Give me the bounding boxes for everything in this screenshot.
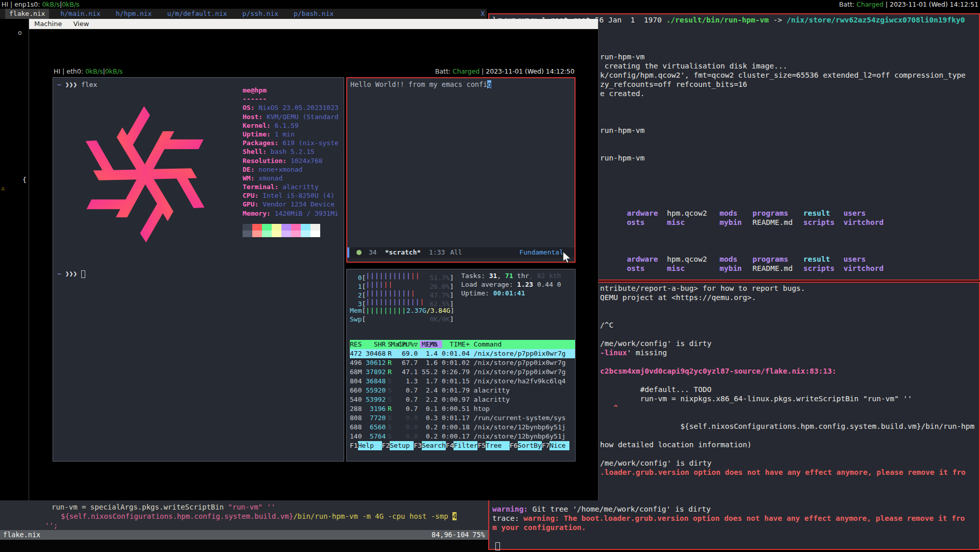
fkey-tree[interactable]: F5: [477, 441, 486, 450]
vim-cursor: 4: [452, 512, 457, 520]
htop-tab-bar: Main I/O: [350, 331, 575, 340]
major-mode: Fundamental: [519, 247, 563, 258]
vm-terminal[interactable]: ~ ❯❯❯ flex: [53, 77, 344, 462]
fkey-filter-label[interactable]: Filter: [453, 441, 477, 450]
vim-cursor-position: 84,96-104: [432, 530, 469, 540]
warning-line: warning: Git tree '/home/me/work/config'…: [492, 504, 979, 514]
tab-ssh-nix[interactable]: p/ssh.nix: [238, 9, 282, 19]
htop-process-row[interactable]: 47230468R69.01.40:01.04/nix/store/p7pp0i…: [350, 349, 575, 358]
htop-stats: Tasks: 31, 71 thr, 82 kth Load average: …: [461, 271, 561, 297]
modeline-accent-bar: [347, 247, 349, 258]
code-line: ${self.nixosConfigurations.hpm.config.sy…: [0, 512, 488, 521]
htop-process-row[interactable]: 1405764S0.00.20:00.17/nix/store/12bynbp6…: [350, 432, 575, 441]
htop-cursor: [566, 441, 570, 450]
modeline-number: 34: [369, 247, 377, 258]
shell-prompt: ~ ❯❯❯: [57, 270, 85, 278]
menu-view[interactable]: View: [73, 19, 89, 29]
vim-stray-brace: {: [22, 176, 27, 183]
emacs-buffer-text: Hello World!! from my emacs config: [347, 78, 575, 88]
fkey-nice-label[interactable]: Nice: [549, 441, 565, 450]
code-line: run-vm = specialArgs.pkgs.writeScriptBin…: [0, 502, 488, 512]
vm-status-bar: HI | eth0: 0kB/s|0kB/s Batt: Charged | 2…: [53, 67, 576, 76]
vm-emacs-window[interactable]: Hello World!! from my emacs config 34 *s…: [346, 77, 576, 263]
fkey-nice[interactable]: F7: [542, 441, 550, 450]
swap-meter: Swp[0K/0K]: [350, 315, 575, 324]
vim-scroll-percent: 75%: [472, 530, 485, 540]
tab-hpm-nix[interactable]: h/hpm.nix: [112, 9, 156, 19]
terminal-color-palette: [243, 224, 324, 237]
htop-function-key-bar: F1Help F2Setup F3Search F4Filter F5Tree …: [350, 441, 575, 450]
buffer-status-icon: [356, 250, 362, 255]
vm-htop-window[interactable]: 0[||||||||||||51.7%] 1[||||||26.0%] 2[||…: [346, 269, 576, 462]
cpu-meter-3: 3[||||||||||||||62.5%]: [350, 297, 575, 306]
qemu-menu-bar: Machine View: [29, 19, 598, 29]
tab-main-nix[interactable]: h/main.nix: [56, 9, 104, 19]
htop-process-row[interactable]: 80436848S1.31.70:01.15/nix/store/ha2fv9k…: [350, 377, 575, 386]
fkey-search-label[interactable]: Search: [422, 441, 446, 450]
htop-process-row[interactable]: 68M37892R47.155.20:26.79/nix/store/p7pp0…: [350, 367, 575, 377]
nixos-logo: [59, 93, 231, 256]
vim-statusline: flake.nix 84,96-104 75%: [0, 530, 488, 540]
fastfetch-info: me@hpm ------ OS: NixOS 23.05.20231023 H…: [243, 86, 342, 218]
vim-editor[interactable]: run-vm = specialArgs.pkgs.writeScriptBin…: [0, 500, 488, 552]
htop-process-row[interactable]: 66055920S0.72.40:01.79alacritty: [350, 386, 575, 395]
terminal-cursor: [81, 270, 85, 278]
warning-line: m your configuration.: [492, 523, 979, 532]
tab-flake-nix[interactable]: flake.nix: [5, 9, 49, 19]
editor-tab-bar: flake.nix h/main.nix h/hpm.nix u/m/defau…: [0, 9, 487, 19]
emacs-cursor: g: [487, 80, 491, 88]
fkey-setup[interactable]: F2: [382, 441, 390, 450]
vm-battery-clock: Batt: Charged | 2023-11-01 (Wed) 14:12:5…: [435, 67, 575, 76]
fkey-sortby[interactable]: F6: [510, 441, 518, 450]
code-line: '';: [0, 521, 488, 530]
scroll-indicator: All: [450, 247, 462, 258]
htop-process-row[interactable]: 2883196R0.70.10:00.51htop: [350, 404, 575, 413]
memory-meter: Mem[|||||||||2.37G/3.84G]: [350, 306, 575, 315]
vm-network-status: HI | eth0: 0kB/s|0kB/s: [54, 67, 123, 76]
fkey-tree-label[interactable]: Tree: [486, 441, 510, 450]
htop-process-row[interactable]: 49630612R67.71.60:01.02/nix/store/p7pp0i…: [350, 358, 575, 367]
cursor-position: 1:33: [429, 247, 445, 258]
menu-machine[interactable]: Machine: [34, 19, 62, 29]
htop-process-row[interactable]: 54053992S0.72.20:00.97alacritty: [350, 395, 575, 404]
tab-default-nix[interactable]: u/m/default.nix: [163, 9, 231, 19]
emacs-modeline: 34 *scratch* 1:33 All Fundamental: [347, 247, 575, 258]
tab-bash-nix[interactable]: p/bash.nix: [290, 9, 338, 19]
vim-filename: flake.nix: [0, 531, 40, 539]
warning-sign-icon: ⚠: [1, 184, 5, 192]
fkey-search[interactable]: F3: [414, 441, 422, 450]
fkey-help-label[interactable]: Help: [358, 441, 382, 450]
close-icon[interactable]: X: [481, 9, 485, 19]
host-battery-clock: Batt: Charged | 2023-11-01 (Wed) 14:12:5…: [839, 0, 978, 9]
fkey-help[interactable]: F1: [350, 441, 358, 450]
htop-table-header[interactable]: RESSHRSCPU%▽MEM%TIME+Command: [350, 340, 575, 349]
fkey-sortby-label[interactable]: SortBy: [518, 441, 542, 450]
host-status-bar: HI | enp1s0: 0kB/s|0kB/s Batt: Charged |…: [0, 0, 980, 9]
host-network-status: HI | enp1s0: 0kB/s|0kB/s: [2, 0, 80, 9]
warning-line: trace: warning: The boot.loader.grub.ver…: [492, 514, 979, 523]
buffer-name: *scratch*: [385, 247, 421, 258]
fkey-setup-label[interactable]: Setup: [390, 441, 414, 450]
fkey-filter[interactable]: F4: [446, 441, 454, 450]
qemu-vm-window[interactable]: Machine View HI | eth0: 0kB/s|0kB/s Batt…: [29, 19, 599, 500]
htop-process-row[interactable]: 8087720S0.00.30:01.17/run/current-system…: [350, 413, 575, 423]
emacs-echo-area: [347, 258, 575, 262]
terminal-cursor: [495, 542, 500, 550]
htop-process-row[interactable]: 6886560S0.00.20:00.18/nix/store/12bynbp6…: [350, 423, 575, 432]
mouse-cursor-icon: [562, 251, 572, 264]
vim-stray-char: o: [18, 29, 22, 36]
